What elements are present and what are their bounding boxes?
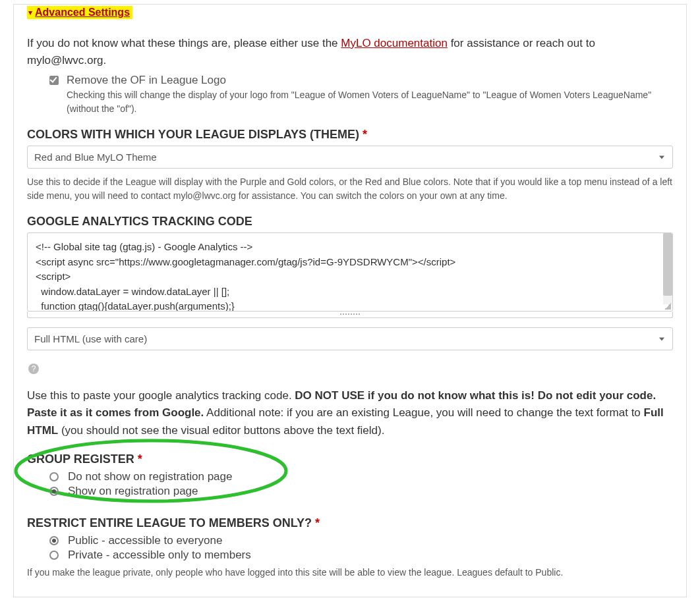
textarea-drag-handle[interactable]: [27, 312, 673, 318]
remove-of-checkbox[interactable]: [49, 76, 59, 85]
group-register-opt2-label: Show on registration page: [68, 485, 198, 498]
ga-code-content: <!-- Global site tag (gtag.js) - Google …: [36, 241, 455, 312]
restrict-heading-text: RESTRICT ENTIRE LEAGUE TO MEMBERS ONLY?: [27, 516, 312, 530]
theme-heading: COLORS WITH WHICH YOUR LEAGUE DISPLAYS (…: [27, 128, 673, 142]
scrollbar[interactable]: [663, 233, 672, 304]
triangle-down-icon: ▾: [28, 8, 32, 17]
advanced-settings-label: Advanced Settings: [35, 7, 130, 18]
theme-help: Use this to decide if the League will di…: [27, 175, 673, 203]
restrict-opt1-label: Public - accessible to everyone: [68, 534, 222, 547]
restrict-radio-private[interactable]: [49, 551, 59, 560]
advanced-settings-panel: ▾ Advanced Settings If you do not know w…: [13, 4, 687, 597]
remove-of-help: Checking this will change the display of…: [67, 88, 673, 116]
intro-text: If you do not know what these things are…: [27, 35, 673, 68]
text-format-select[interactable]: Full HTML (use with care): [27, 327, 673, 350]
group-register-heading-text: GROUP REGISTER: [27, 452, 134, 466]
advanced-settings-toggle[interactable]: ▾ Advanced Settings: [27, 6, 132, 19]
chevron-down-icon: [659, 155, 664, 159]
remove-of-label: Remove the OF in League Logo: [67, 74, 226, 87]
restrict-radio-public[interactable]: [49, 536, 59, 545]
group-register-heading: GROUP REGISTER *: [27, 452, 673, 466]
theme-selected-value: Red and Blue MyLO Theme: [34, 151, 157, 163]
restrict-opt2-label: Private - accessible only to members: [68, 549, 251, 562]
theme-select[interactable]: Red and Blue MyLO Theme: [27, 146, 673, 169]
resize-handle-icon[interactable]: [664, 303, 671, 310]
group-register-radio-hide[interactable]: [49, 472, 59, 481]
required-asterisk: *: [315, 516, 320, 530]
restrict-heading: RESTRICT ENTIRE LEAGUE TO MEMBERS ONLY? …: [27, 516, 673, 530]
ga-help-suffix: (you should not see the visual editor bu…: [61, 424, 384, 437]
restrict-help: If you make the league private, only peo…: [27, 566, 673, 580]
intro-prefix: If you do not know what these things are…: [27, 37, 341, 49]
text-format-selected-value: Full HTML (use with care): [34, 333, 147, 344]
group-register-opt1-label: Do not show on registration page: [68, 470, 233, 483]
ga-help-prefix: Use this to paste your google analytics …: [27, 389, 295, 402]
chevron-down-icon: [659, 337, 664, 340]
scrollbar-thumb[interactable]: [663, 233, 672, 296]
theme-heading-text: COLORS WITH WHICH YOUR LEAGUE DISPLAYS (…: [27, 128, 359, 141]
required-asterisk: *: [363, 128, 367, 141]
ga-help-mid: Additional note: if you are an existing …: [206, 406, 643, 419]
group-register-radio-show[interactable]: [49, 487, 59, 496]
required-asterisk: *: [138, 452, 142, 466]
ga-heading: GOOGLE ANALYTICS TRACKING CODE: [27, 215, 673, 229]
mylo-documentation-link[interactable]: MyLO documentation: [341, 37, 448, 49]
help-icon[interactable]: ?: [28, 364, 39, 374]
ga-help-text: Use this to paste your google analytics …: [27, 387, 673, 439]
ga-code-textarea[interactable]: <!-- Global site tag (gtag.js) - Google …: [27, 232, 673, 312]
